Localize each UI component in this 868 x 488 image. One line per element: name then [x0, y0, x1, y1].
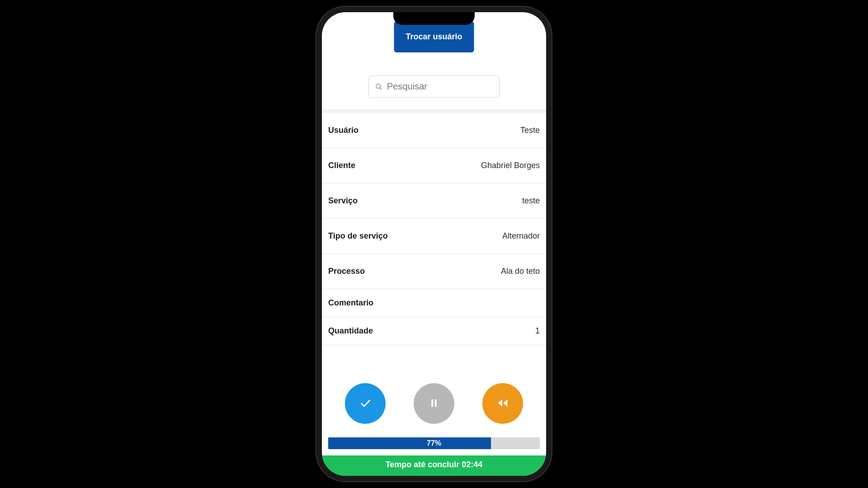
switch-user-button[interactable]: Trocar usuário [394, 21, 474, 52]
label-client: Cliente [328, 161, 355, 170]
value-quantity: 1 [535, 326, 540, 336]
label-service: Serviço [328, 196, 358, 206]
row-service-type: Tipo de serviço Alternador [322, 219, 546, 254]
progress-bar: 77% [328, 437, 540, 449]
pause-icon [428, 397, 440, 411]
label-quantity: Quantidade [328, 326, 373, 336]
label-comment: Comentario [328, 298, 373, 308]
pause-button[interactable] [414, 383, 454, 424]
details-list: Usuário Teste Cliente Ghabriel Borges Se… [322, 109, 546, 372]
rewind-icon [496, 397, 509, 411]
value-client: Ghabriel Borges [481, 161, 540, 170]
phone-frame: Trocar usuário Usuário Teste Cliente Gh [316, 7, 552, 481]
confirm-button[interactable] [345, 383, 386, 424]
label-process: Processo [328, 267, 365, 276]
value-service: teste [522, 196, 540, 206]
phone-screen: Trocar usuário Usuário Teste Cliente Gh [322, 12, 546, 476]
row-comment: Comentario [322, 289, 546, 317]
search-box[interactable] [368, 75, 500, 98]
timer-label: Tempo até concluir 02:44 [386, 460, 483, 469]
search-input[interactable] [387, 81, 501, 92]
row-client: Cliente Ghabriel Borges [322, 148, 546, 183]
value-user: Teste [520, 126, 540, 135]
value-service-type: Alternador [502, 231, 540, 241]
row-process: Processo Ala do teto [322, 254, 546, 289]
svg-rect-3 [435, 399, 437, 406]
svg-point-0 [376, 84, 380, 88]
svg-rect-2 [431, 399, 433, 406]
phone-notch [393, 12, 475, 25]
row-quantity: Quantidade 1 [322, 317, 546, 345]
search-container [322, 75, 546, 109]
row-user: Usuário Teste [322, 113, 546, 148]
svg-line-1 [380, 88, 382, 89]
check-icon [359, 397, 372, 411]
value-process: Ala do teto [501, 267, 540, 276]
rewind-button[interactable] [482, 383, 523, 424]
label-service-type: Tipo de serviço [328, 231, 388, 241]
svg-marker-4 [498, 399, 502, 406]
action-buttons [322, 372, 546, 437]
search-icon [375, 83, 382, 90]
svg-marker-5 [503, 399, 507, 406]
label-user: Usuário [328, 126, 359, 135]
timer-bar: Tempo até concluir 02:44 [322, 455, 546, 476]
row-service: Serviço teste [322, 183, 546, 219]
progress-label: 77% [328, 437, 540, 449]
